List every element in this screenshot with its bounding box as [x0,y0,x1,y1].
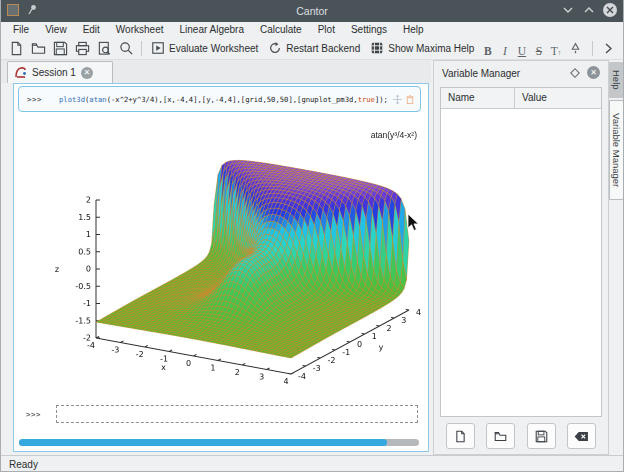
toolbar-separator [141,41,142,56]
command-code: plot3d(atan(-x^2+y^3/4),[x,-4,4],[y,-4,4… [59,95,388,104]
column-header-value[interactable]: Value [515,88,547,108]
cantor-window: Cantor FileViewEditWorksheetLinear Algeb… [0,0,624,472]
show-maxima-help-button[interactable]: Show Maxima Help [365,41,479,55]
next-prompt: >>> [26,410,41,419]
variable-manager-panel: Variable Manager ✕ Name Value [433,60,609,455]
print-icon [75,41,90,56]
empty-command-entry[interactable] [56,405,418,423]
save-button[interactable] [49,38,71,58]
tab-label: Session 1 [32,67,76,78]
progress-fill [19,439,387,446]
code-token: true [358,95,375,104]
new-document-icon [454,430,467,443]
open-button[interactable] [27,38,49,58]
cantor-icon [14,66,27,79]
clear-icon [574,431,589,442]
titlebar: Cantor [1,0,623,22]
tab-session-1[interactable]: Session 1 ✕ [7,61,113,83]
menu-linear-algebra[interactable]: Linear Algebra [171,22,252,37]
restart-backend-label: Restart Backend [286,43,360,54]
folder-icon [494,430,507,443]
variable-manager-buttons [434,423,608,449]
menu-view[interactable]: View [37,22,75,37]
save-variables-button[interactable] [527,423,556,449]
variable-manager-title: Variable Manager [442,68,520,79]
side-tab-strip: Help Variable Manager [609,60,624,455]
menu-settings[interactable]: Settings [343,22,395,37]
menu-edit[interactable]: Edit [75,22,108,37]
variable-table: Name Value [440,87,602,417]
close-panel-icon[interactable]: ✕ [587,66,600,79]
load-variables-button[interactable] [486,423,515,449]
format-bold-button[interactable]: B [479,39,496,57]
search-icon [119,41,134,56]
next-command-row: >>> [14,402,428,426]
float-panel-icon[interactable] [570,68,580,78]
evaluate-icon [151,41,165,55]
menu-help[interactable]: Help [395,22,432,37]
chevron-right-icon [605,43,612,54]
clear-variables-button[interactable] [567,423,596,449]
menu-plot[interactable]: Plot [310,22,343,37]
format-italic-button[interactable]: I [496,39,513,57]
show-maxima-help-label: Show Maxima Help [388,43,474,54]
plot-canvas [21,112,427,404]
side-tab-help[interactable]: Help [609,62,624,98]
maxima-help-icon [370,41,384,55]
save-icon [53,41,68,56]
evaluate-worksheet-button[interactable]: Evaluate Worksheet [146,41,263,55]
variable-manager-header: Variable Manager ✕ [434,61,608,85]
restart-icon [268,41,282,55]
toolbar: Evaluate Worksheet Restart Backend Show … [1,37,623,60]
shade-button[interactable] [561,3,575,17]
text-color-button[interactable] [564,38,586,58]
menu-calculate[interactable]: Calculate [252,22,310,37]
print-button[interactable] [71,38,93,58]
folder-icon [31,41,46,56]
status-text: Ready [9,459,38,470]
format-buttons: BIUST↑ [479,39,564,57]
code-token: ]); [375,95,388,104]
maximize-button[interactable] [582,3,596,17]
find-button[interactable] [115,38,137,58]
side-tab-variable-manager[interactable]: Variable Manager [609,100,624,200]
command-prompt: >>> [27,95,42,104]
tab-close-icon[interactable]: ✕ [81,67,93,79]
code-token: (-x^2+y^3/4),[x,-4,4],[y,-4,4],[grid,50,… [107,95,358,104]
text-color-icon [569,42,582,55]
new-document-button[interactable] [5,38,27,58]
plot-output: atan(y³/4-x²) [21,112,427,404]
column-header-name[interactable]: Name [441,88,515,108]
menu-file[interactable]: File [5,22,37,37]
toolbar-separator [592,41,593,56]
tabbar: Session 1 ✕ [1,60,431,83]
print-preview-icon [97,41,112,56]
print-preview-button[interactable] [93,38,115,58]
new-variable-button[interactable] [446,423,475,449]
statusbar: Ready [1,455,623,472]
window-title: Cantor [1,5,623,17]
move-cell-icon[interactable] [393,95,402,104]
menu-worksheet[interactable]: Worksheet [108,22,172,37]
plot-title: atan(y³/4-x²) [371,130,417,140]
restart-backend-button[interactable]: Restart Backend [263,41,365,55]
code-token: plot3d [59,95,85,104]
menubar: FileViewEditWorksheetLinear AlgebraCalcu… [1,22,623,37]
command-cell[interactable]: >>> plot3d(atan(-x^2+y^3/4),[x,-4,4],[y,… [18,86,421,112]
format-underline-button[interactable]: U [513,39,530,57]
code-token: atan [89,95,106,104]
worksheet: >>> plot3d(atan(-x^2+y^3/4),[x,-4,4],[y,… [13,83,429,452]
new-document-icon [9,41,24,56]
variable-table-header: Name Value [441,88,601,109]
progress-bar [19,439,419,446]
toolbar-overflow-button[interactable] [597,38,619,58]
evaluate-worksheet-label: Evaluate Worksheet [169,43,258,54]
cell-actions [393,95,414,104]
format-super-button[interactable]: T↑ [547,39,564,57]
format-strike-button[interactable]: S [530,39,547,57]
delete-cell-icon[interactable] [406,95,414,104]
save-icon [535,430,548,443]
close-button[interactable] [603,3,617,17]
mouse-cursor [407,214,420,232]
